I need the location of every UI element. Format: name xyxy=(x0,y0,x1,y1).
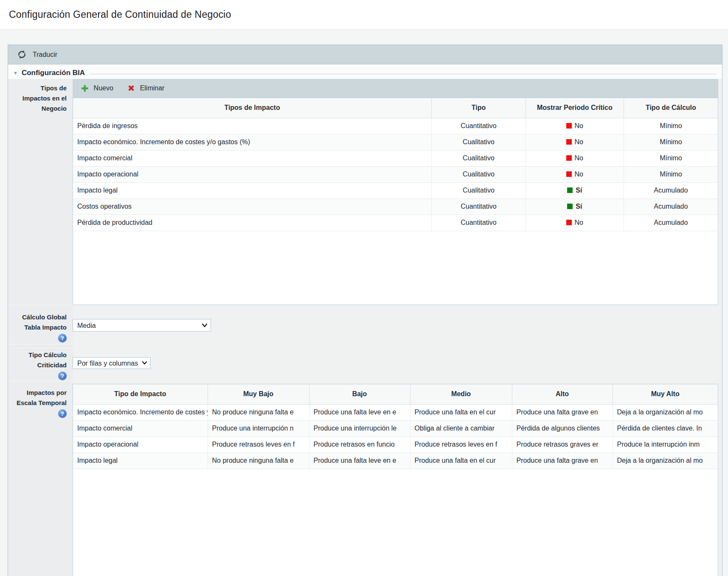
no-indicator-icon xyxy=(566,220,572,225)
impact-type-row[interactable]: Impacto legalCualitativoSíAcumulado xyxy=(73,182,718,199)
translate-label: Traducir xyxy=(33,51,57,59)
impact-types-field: ✚ Nuevo ✖ Eliminar Tipos de Impacto xyxy=(73,79,722,305)
no-indicator-icon xyxy=(566,155,572,161)
field-row-criticality-calc: Tipo Cálculo Criticidad ? Por filas y co… xyxy=(8,344,722,381)
page-title: Configuración General de Continuidad de … xyxy=(9,9,231,20)
help-icon[interactable]: ? xyxy=(58,372,67,380)
impact-type-row[interactable]: Impacto comercialCualitativoNoMínimo xyxy=(73,150,718,166)
no-indicator-icon xyxy=(566,123,572,129)
impact-type-row[interactable]: Impacto operacionalCualitativoNoMínimo xyxy=(73,166,718,182)
column-header[interactable]: Tipo xyxy=(432,98,526,118)
section-rule xyxy=(89,74,716,74)
section-title: Configuración BIA xyxy=(22,69,85,77)
global-calc-select[interactable]: Media xyxy=(73,319,211,332)
yes-indicator-icon xyxy=(567,204,573,209)
temporal-impacts-field: Tipo de Impacto Muy Bajo Bajo Medio Alto… xyxy=(73,381,722,576)
column-header[interactable]: Tipo de Impacto xyxy=(73,384,208,404)
criticality-calc-label: Tipo Cálculo Criticidad ? xyxy=(8,344,73,381)
column-header[interactable]: Bajo xyxy=(309,384,410,404)
section-header-configuracion-bia[interactable]: ▼ Configuración BIA xyxy=(8,64,722,79)
column-header[interactable]: Mostrar Periodo Crítico xyxy=(526,98,624,118)
main-panel: Traducir ▼ Configuración BIA Tipos de Im… xyxy=(8,45,722,576)
column-header[interactable]: Alto xyxy=(512,384,613,404)
temporal-row[interactable]: Impacto operacionalProduce retrasos leve… xyxy=(73,436,718,453)
delete-button[interactable]: ✖ Eliminar xyxy=(128,84,165,92)
sync-icon xyxy=(17,49,27,60)
translate-toolbar: Traducir xyxy=(8,45,722,64)
impact-type-row[interactable]: Pérdida de ingresosCuantitativoNoMínimo xyxy=(73,118,718,134)
column-header[interactable]: Muy Bajo xyxy=(208,384,309,404)
global-calc-field: Media xyxy=(73,305,722,344)
temporal-impacts-label: Impactos por Escala Temporal ? xyxy=(8,381,73,576)
translate-button[interactable]: Traducir xyxy=(17,49,57,60)
temporal-row[interactable]: Impacto legalNo produce ninguna falta eP… xyxy=(73,453,718,469)
field-row-global-calc: Cálculo Global Tabla Impacto ? Media xyxy=(8,305,722,344)
impact-types-label: Tipos de Impactos en el Negocio xyxy=(8,79,73,305)
no-indicator-icon xyxy=(566,139,572,145)
field-row-temporal-impacts: Impactos por Escala Temporal ? Tipo de I… xyxy=(8,381,722,576)
yes-indicator-icon xyxy=(567,187,573,193)
field-row-impact-types: Tipos de Impactos en el Negocio ✚ Nuevo … xyxy=(8,79,722,305)
help-icon[interactable]: ? xyxy=(58,334,67,342)
new-button-label: Nuevo xyxy=(94,84,113,92)
impact-type-row[interactable]: Pérdida de productividadCuantitativoNoAc… xyxy=(73,215,718,231)
delete-button-label: Eliminar xyxy=(140,84,165,92)
column-header[interactable]: Tipo de Cálculo xyxy=(624,98,718,118)
plus-icon: ✚ xyxy=(81,84,89,93)
criticality-calc-select[interactable]: Por filas y columnas xyxy=(73,357,151,369)
impact-types-grid-toolbar: ✚ Nuevo ✖ Eliminar xyxy=(73,79,718,98)
help-icon[interactable]: ? xyxy=(58,409,67,418)
column-header[interactable]: Muy Alto xyxy=(613,384,718,404)
temporal-impacts-table: Tipo de Impacto Muy Bajo Bajo Medio Alto… xyxy=(73,384,718,576)
column-header[interactable]: Tipos de Impacto xyxy=(73,98,432,118)
no-indicator-icon xyxy=(566,171,572,177)
temporal-row[interactable]: Impacto comercialProduce una interrupció… xyxy=(73,420,718,436)
temporal-row[interactable]: Impacto económico. Incremento de costes … xyxy=(73,404,718,420)
global-calc-label: Cálculo Global Tabla Impacto ? xyxy=(8,305,73,344)
new-button[interactable]: ✚ Nuevo xyxy=(81,84,113,93)
x-icon: ✖ xyxy=(128,84,135,92)
impact-types-table: Tipos de Impacto Tipo Mostrar Periodo Cr… xyxy=(73,98,718,305)
impact-type-row[interactable]: Costos operativosCuantitativoSíAcumulado xyxy=(73,199,718,215)
temporal-tbody: Impacto económico. Incremento de costes … xyxy=(73,404,718,469)
temporal-header-row: Tipo de Impacto Muy Bajo Bajo Medio Alto… xyxy=(73,384,718,404)
impact-type-row[interactable]: Impacto económico. Incremento de costes … xyxy=(73,134,718,150)
impact-types-header-row: Tipos de Impacto Tipo Mostrar Periodo Cr… xyxy=(73,98,718,118)
page-header: Configuración General de Continuidad de … xyxy=(0,0,728,30)
bia-form: Tipos de Impactos en el Negocio ✚ Nuevo … xyxy=(8,79,722,576)
criticality-calc-field: Por filas y columnas xyxy=(73,344,722,381)
column-header[interactable]: Medio xyxy=(410,384,512,404)
collapse-arrow-icon[interactable]: ▼ xyxy=(13,70,18,75)
impact-types-tbody: Pérdida de ingresosCuantitativoNoMínimoI… xyxy=(73,118,718,231)
